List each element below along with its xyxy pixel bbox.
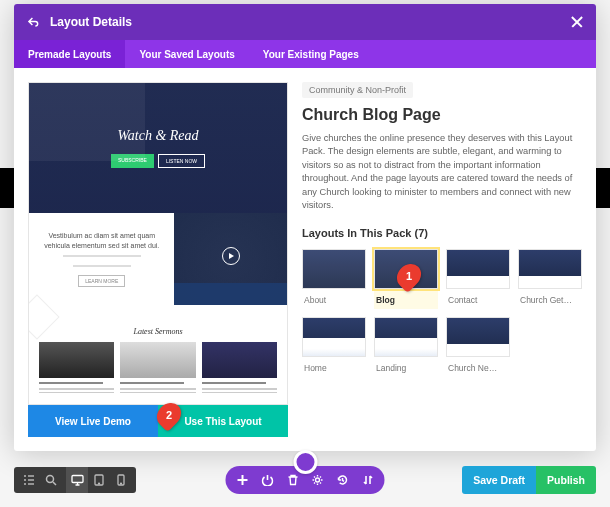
preview-sermons-label: Latest Sermons — [39, 327, 277, 336]
close-icon[interactable] — [570, 15, 584, 29]
callout-2: 2 — [166, 409, 172, 421]
callout-1: 1 — [406, 270, 412, 282]
power-icon[interactable] — [261, 473, 275, 487]
details-column: Community & Non-Profit Church Blog Page … — [302, 82, 582, 437]
svg-point-0 — [24, 475, 26, 477]
back-icon[interactable] — [26, 15, 40, 29]
tab-premade-layouts[interactable]: Premade Layouts — [14, 40, 125, 68]
save-draft-button[interactable]: Save Draft — [462, 466, 536, 494]
gear-icon[interactable] — [311, 473, 325, 487]
sort-icon[interactable] — [361, 473, 375, 487]
viewport-controls — [14, 467, 136, 493]
phone-view-icon[interactable] — [110, 467, 132, 493]
svg-point-2 — [24, 483, 26, 485]
thumb-church-ne[interactable]: Church Ne… — [446, 317, 510, 377]
modal-title: Layout Details — [50, 15, 570, 29]
svg-point-11 — [121, 483, 122, 484]
category-badge[interactable]: Community & Non-Profit — [302, 82, 413, 98]
tab-saved-layouts[interactable]: Your Saved Layouts — [125, 40, 248, 68]
builder-center-toolbar — [226, 466, 385, 494]
toolbar-knob-icon[interactable] — [293, 450, 317, 474]
preview-column: Watch & Read SUBSCRIBELISTEN NOW Vestibu… — [28, 82, 288, 437]
layout-details-modal: Layout Details Premade Layouts Your Save… — [14, 4, 596, 451]
tab-existing-pages[interactable]: Your Existing Pages — [249, 40, 373, 68]
zoom-view-icon[interactable] — [40, 467, 62, 493]
thumb-home[interactable]: Home — [302, 317, 366, 377]
pack-count-label: Layouts In This Pack (7) — [302, 227, 582, 239]
layout-thumbnails: About Blog Contact Church Get… Home Land… — [302, 249, 582, 377]
publish-button[interactable]: Publish — [536, 466, 596, 494]
add-icon[interactable] — [236, 473, 250, 487]
wireframe-view-icon[interactable] — [18, 467, 40, 493]
layout-preview: Watch & Read SUBSCRIBELISTEN NOW Vestibu… — [28, 82, 288, 405]
modal-header: Layout Details — [14, 4, 596, 40]
tablet-view-icon[interactable] — [88, 467, 110, 493]
layout-title: Church Blog Page — [302, 106, 582, 124]
builder-bottom-bar: Save Draft Publish — [14, 465, 596, 495]
view-live-demo-button[interactable]: View Live Demo — [28, 405, 158, 437]
history-icon[interactable] — [336, 473, 350, 487]
thumb-about[interactable]: About — [302, 249, 366, 309]
svg-rect-5 — [28, 483, 34, 484]
thumb-contact[interactable]: Contact — [446, 249, 510, 309]
svg-rect-7 — [72, 476, 83, 483]
desktop-view-icon[interactable] — [66, 467, 88, 493]
play-icon — [222, 247, 240, 265]
svg-rect-4 — [28, 479, 34, 480]
trash-icon[interactable] — [286, 473, 300, 487]
layout-description: Give churches the online presence they d… — [302, 132, 582, 213]
svg-point-12 — [316, 478, 320, 482]
svg-rect-3 — [28, 475, 34, 476]
svg-point-6 — [47, 476, 54, 483]
thumb-landing[interactable]: Landing — [374, 317, 438, 377]
svg-point-9 — [99, 483, 100, 484]
thumb-church-get[interactable]: Church Get… — [518, 249, 582, 309]
modal-tabs: Premade Layouts Your Saved Layouts Your … — [14, 40, 596, 68]
svg-point-1 — [24, 479, 26, 481]
